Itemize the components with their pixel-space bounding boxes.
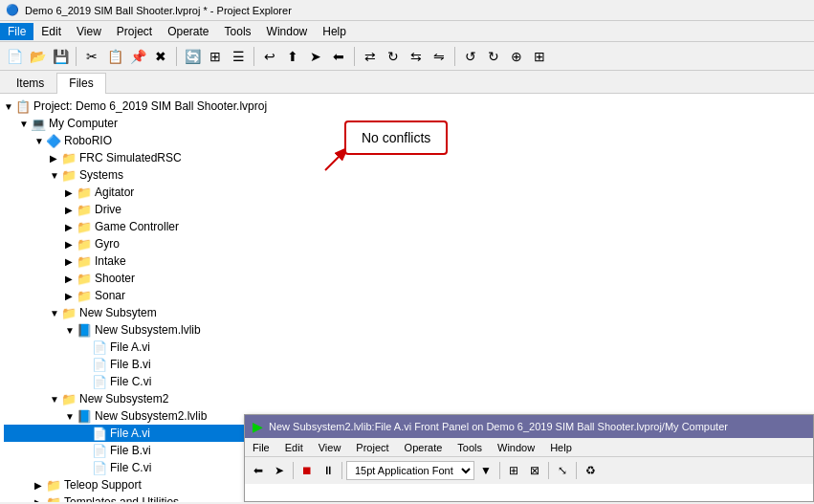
- expand-gamecontroller[interactable]: ▶: [65, 222, 77, 232]
- up-btn[interactable]: ⬆: [282, 46, 303, 67]
- tree-node-roborio[interactable]: ▼ 🔷 RoboRIO: [4, 132, 810, 149]
- arrow-btn[interactable]: ↩: [259, 46, 280, 67]
- save-btn[interactable]: 💾: [50, 46, 71, 67]
- menu-view[interactable]: View: [69, 23, 109, 40]
- menu-file[interactable]: File: [0, 23, 33, 40]
- tree-node-sonar[interactable]: ▶ 📁 Sonar: [4, 287, 810, 304]
- paste-btn[interactable]: 📌: [127, 46, 148, 67]
- tree-node-gamecontroller[interactable]: ▶ 📁 Game Controller: [4, 218, 810, 235]
- tree-node-fileA1[interactable]: 📄 File A.vi: [4, 339, 810, 356]
- newsubsystem2-lib-icon: 📘: [77, 409, 92, 424]
- sub-menu-project[interactable]: Project: [348, 440, 396, 455]
- tabs: Items Files: [0, 71, 814, 94]
- resize-btn[interactable]: ⤡: [553, 461, 572, 480]
- sub-forward-btn[interactable]: ➤: [270, 461, 289, 480]
- redo-btn[interactable]: ↻: [483, 46, 504, 67]
- copy-btn[interactable]: 📋: [104, 46, 125, 67]
- tree-node-agitator[interactable]: ▶ 📁 Agitator: [4, 184, 810, 201]
- tree-node-drive[interactable]: ▶ 📁 Drive: [4, 201, 810, 218]
- menu-tools[interactable]: Tools: [217, 23, 259, 40]
- tree-node-intake[interactable]: ▶ 📁 Intake: [4, 252, 810, 270]
- sync3-btn[interactable]: ⇆: [406, 46, 427, 67]
- fileB1-icon: 📄: [92, 358, 107, 372]
- sync2-btn[interactable]: ↻: [383, 46, 404, 67]
- expand-templates[interactable]: ▶: [34, 497, 46, 503]
- expand-frc[interactable]: ▶: [50, 153, 61, 164]
- extra-btn[interactable]: ⊕: [506, 46, 527, 67]
- gyro-icon: 📁: [77, 237, 92, 252]
- tree-node-shooter[interactable]: ▶ 📁 Shooter: [4, 270, 810, 287]
- expand-drive[interactable]: ▶: [65, 205, 77, 215]
- menu-project[interactable]: Project: [109, 23, 160, 40]
- menu-edit[interactable]: Edit: [33, 23, 69, 40]
- expand-roborio[interactable]: ▼: [34, 136, 46, 146]
- sep5: [454, 47, 455, 66]
- tree-node-fileC1[interactable]: 📄 File C.vi: [4, 373, 810, 390]
- frc-label: FRC SimulatedRSC: [79, 151, 182, 164]
- distribute-btn[interactable]: ⊠: [525, 461, 544, 480]
- refresh-btn[interactable]: 🔄: [182, 46, 203, 67]
- expand-newsubsytem[interactable]: ▼: [50, 308, 61, 318]
- tab-files[interactable]: Files: [56, 73, 105, 94]
- expand-intake[interactable]: ▶: [65, 256, 77, 267]
- intake-label: Intake: [95, 254, 126, 268]
- expand-newsubsytem-lib[interactable]: ▼: [65, 325, 77, 336]
- sub-menu-file[interactable]: File: [245, 440, 277, 455]
- delete-btn[interactable]: ✖: [150, 46, 171, 67]
- expand-systems[interactable]: ▼: [50, 170, 61, 181]
- sub-pause-btn[interactable]: ⏸: [319, 461, 338, 480]
- sync1-btn[interactable]: ⇄: [360, 46, 381, 67]
- tab-items[interactable]: Items: [4, 73, 56, 93]
- tree-node-newsubsystem2[interactable]: ▼ 📁 New Subsystem2: [4, 390, 810, 407]
- sync4-btn[interactable]: ⇋: [429, 46, 450, 67]
- tree-node-frc[interactable]: ▶ 📁 FRC SimulatedRSC: [4, 149, 810, 166]
- cut-btn[interactable]: ✂: [81, 46, 102, 67]
- expand-root[interactable]: ▼: [4, 101, 15, 112]
- tree-node-root[interactable]: ▼ 📋 Project: Demo 6_2019 SIM Ball Shoote…: [4, 98, 810, 115]
- tree-node-newsubsytem[interactable]: ▼ 📁 New Subsytem: [4, 304, 810, 321]
- root-label: Project: Demo 6_2019 SIM Ball Shooter.lv…: [33, 99, 267, 113]
- sub-menu-operate[interactable]: Operate: [397, 440, 451, 455]
- sub-back-btn[interactable]: ⬅: [249, 461, 268, 480]
- back-btn[interactable]: ⬅: [328, 46, 349, 67]
- sub-menu-tools[interactable]: Tools: [450, 440, 490, 455]
- open-btn[interactable]: 📂: [27, 46, 48, 67]
- expand-gyro[interactable]: ▶: [65, 239, 77, 250]
- menu-window[interactable]: Window: [259, 23, 316, 40]
- extra2-btn[interactable]: ⊞: [529, 46, 550, 67]
- sub-menu-view[interactable]: View: [311, 440, 349, 455]
- tree-node-systems[interactable]: ▼ 📁 Systems: [4, 166, 810, 184]
- reorder-btn[interactable]: ♻: [581, 461, 600, 480]
- right-btn[interactable]: ➤: [305, 46, 326, 67]
- menu-operate[interactable]: Operate: [160, 23, 216, 40]
- mycomputer-icon: 💻: [31, 117, 46, 131]
- tree-node-gyro[interactable]: ▶ 📁 Gyro: [4, 235, 810, 252]
- agitator-icon: 📁: [77, 186, 92, 200]
- undo-btn[interactable]: ↺: [460, 46, 481, 67]
- sub-stop-btn[interactable]: ⏹: [297, 461, 317, 480]
- list-btn[interactable]: ☰: [228, 46, 249, 67]
- expand-newsubsystem2[interactable]: ▼: [50, 394, 61, 405]
- expand-sonar[interactable]: ▶: [65, 291, 77, 301]
- gyro-label: Gyro: [95, 237, 120, 251]
- new-btn[interactable]: 📄: [4, 46, 25, 67]
- expand-agitator[interactable]: ▶: [65, 187, 77, 198]
- tree-node-mycomputer[interactable]: ▼ 💻 My Computer: [4, 115, 810, 132]
- expand-teleop[interactable]: ▶: [34, 480, 46, 491]
- tree-node-newsubsytem-lib[interactable]: ▼ 📘 New Subsystem.lvlib: [4, 321, 810, 339]
- sub-menu-help[interactable]: Help: [542, 440, 580, 455]
- grid-btn[interactable]: ⊞: [205, 46, 226, 67]
- newsubsytem-lib-icon: 📘: [77, 323, 92, 338]
- mycomputer-label: My Computer: [49, 117, 118, 130]
- sub-menu-bar: File Edit View Project Operate Tools Win…: [245, 438, 813, 457]
- sub-menu-edit[interactable]: Edit: [277, 440, 311, 455]
- expand-mycomputer[interactable]: ▼: [19, 119, 31, 129]
- sub-menu-window[interactable]: Window: [490, 440, 542, 455]
- font-dropdown[interactable]: 15pt Application Font: [346, 461, 474, 480]
- tree-node-fileB1[interactable]: 📄 File B.vi: [4, 356, 810, 373]
- expand-newsubsystem2-lib[interactable]: ▼: [65, 411, 77, 422]
- font-down-icon[interactable]: ▼: [476, 461, 495, 480]
- align-btn[interactable]: ⊞: [504, 461, 523, 480]
- menu-help[interactable]: Help: [315, 23, 354, 40]
- expand-shooter[interactable]: ▶: [65, 274, 77, 284]
